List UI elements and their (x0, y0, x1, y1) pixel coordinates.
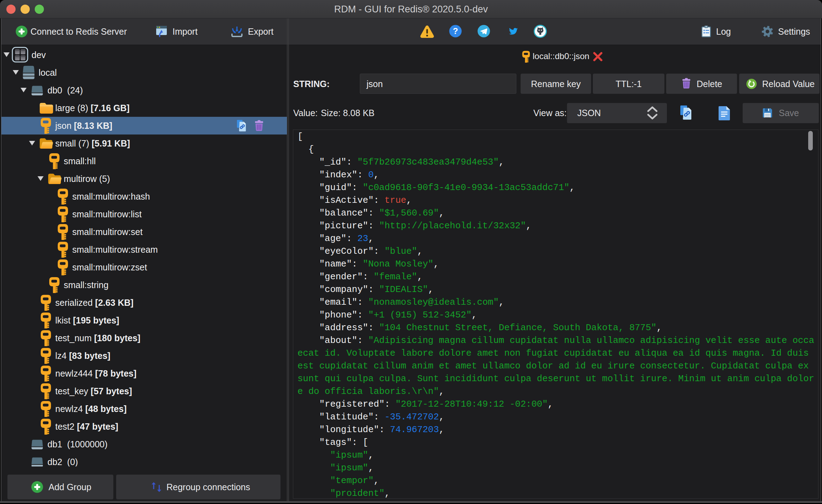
svg-text:?: ? (453, 26, 458, 36)
